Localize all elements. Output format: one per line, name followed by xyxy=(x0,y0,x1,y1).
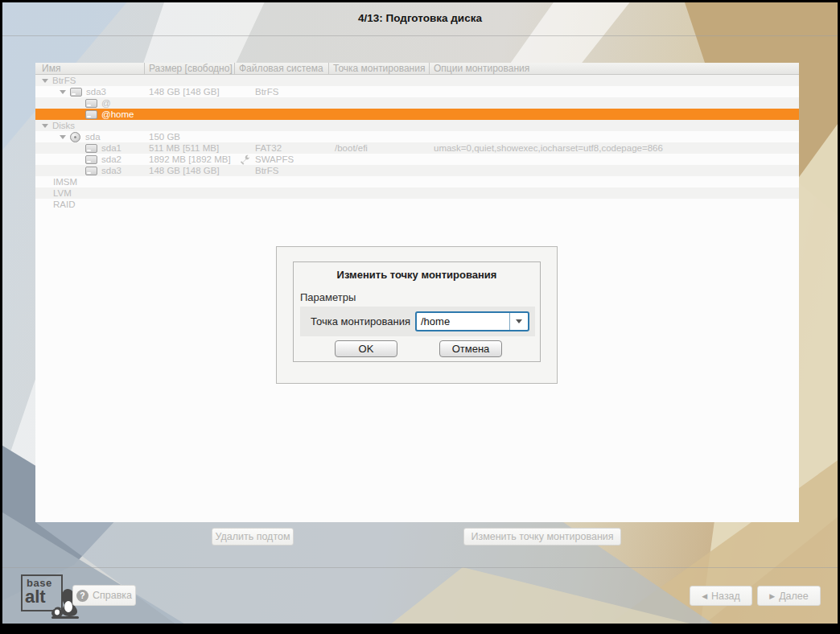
row-options: umask=0,quiet,showexec,iocharset=utf8,co… xyxy=(429,142,799,154)
row-label: @home xyxy=(101,109,134,119)
change-mountpoint-button[interactable]: Изменить точку монтирования xyxy=(463,528,621,545)
table-row-sda2[interactable]: sda2 1892 MB [1892 MB] SWAPFS xyxy=(35,154,799,165)
row-fs: BtrFS xyxy=(234,86,328,97)
table-row-sda1[interactable]: sda1 511 MB [511 MB] FAT32 /boot/efi uma… xyxy=(35,142,799,154)
row-options xyxy=(429,176,799,187)
row-options xyxy=(429,120,799,131)
table-row-btrfs[interactable]: BtrFS xyxy=(35,75,799,86)
partition-icon xyxy=(85,167,97,175)
dialog-title: Изменить точку монтирования xyxy=(294,269,540,281)
row-size xyxy=(144,109,234,120)
column-header-size: Размер [свободно] xyxy=(144,63,234,74)
row-label: sda xyxy=(85,132,101,142)
row-fs xyxy=(234,75,328,86)
mountpoint-combobox-value[interactable]: /home xyxy=(417,313,509,330)
row-mount xyxy=(328,109,429,120)
partition-icon xyxy=(85,144,97,153)
chevron-down-icon[interactable] xyxy=(58,132,68,142)
row-mount: /boot/efi xyxy=(328,142,429,154)
table-row-disks[interactable]: Disks xyxy=(35,120,799,131)
row-size xyxy=(144,75,234,86)
row-options xyxy=(429,109,799,120)
chevron-down-icon[interactable] xyxy=(40,121,50,130)
row-size xyxy=(144,97,234,109)
row-fs xyxy=(234,187,328,199)
table-row-raid[interactable]: RAID xyxy=(35,199,799,210)
row-fs xyxy=(234,199,328,210)
partition-icon xyxy=(85,155,97,164)
row-mount xyxy=(328,165,429,176)
chevron-down-icon[interactable] xyxy=(40,76,50,85)
row-label: RAID xyxy=(53,200,75,209)
page-title: 4/13: Подготовка диска xyxy=(0,12,840,24)
table-row-sda3-disk[interactable]: sda3 148 GB [148 GB] BtrFS xyxy=(35,165,799,176)
row-label: sda3 xyxy=(86,87,106,97)
table-row-sda[interactable]: sda 150 GB xyxy=(35,131,799,142)
row-options xyxy=(429,75,799,86)
help-icon: ? xyxy=(76,590,89,602)
row-label: LVM xyxy=(53,188,72,198)
row-fs xyxy=(234,109,328,120)
row-label: IMSM xyxy=(53,177,77,187)
dialog-frame: Изменить точку монтирования Параметры То… xyxy=(293,261,541,362)
table-row-subvol-root[interactable]: @ xyxy=(35,97,799,109)
row-options xyxy=(429,86,799,97)
table-row-sda3-btrfs[interactable]: sda3 148 GB [148 GB] BtrFS xyxy=(35,86,799,97)
footer-divider xyxy=(0,567,840,568)
wrench-icon xyxy=(240,154,250,165)
row-fs xyxy=(234,131,328,142)
disk-icon xyxy=(70,132,80,142)
back-button[interactable]: ◀ Назад xyxy=(690,586,752,606)
installer-window: 4/13: Подготовка диска Имя Размер [свобо… xyxy=(0,0,840,634)
row-size xyxy=(144,176,234,187)
row-options xyxy=(429,97,799,109)
mountpoint-field-label: Точка монтирования xyxy=(300,315,415,327)
row-options xyxy=(429,154,799,165)
table-row-imsm[interactable]: IMSM xyxy=(35,176,799,187)
next-button-label: Далее xyxy=(779,591,809,602)
column-header-filesystem: Файловая система xyxy=(234,63,328,74)
column-header-mountpoint: Точка монтирования xyxy=(328,63,429,74)
mountpoint-field-row: Точка монтирования /home xyxy=(300,307,535,336)
delete-subvolume-button[interactable]: Удалить подтом xyxy=(212,528,294,545)
row-fs-label: SWAPFS xyxy=(255,154,294,164)
table-header: Имя Размер [свободно] Файловая система Т… xyxy=(35,63,799,75)
row-mount xyxy=(328,187,429,199)
row-mount xyxy=(328,199,429,210)
column-header-options: Опции монтирования xyxy=(429,63,799,74)
next-button[interactable]: ▶ Далее xyxy=(757,586,821,606)
row-label: Disks xyxy=(52,121,75,130)
table-row-subvol-home-selected[interactable]: @home xyxy=(35,109,799,120)
partition-icon xyxy=(85,110,97,119)
row-label: sda1 xyxy=(101,143,121,153)
back-button-label: Назад xyxy=(711,591,740,602)
partition-icon xyxy=(85,99,97,108)
row-mount xyxy=(328,154,429,165)
dialog-section-label: Параметры xyxy=(300,291,356,303)
ok-button[interactable]: OK xyxy=(335,340,397,357)
dropdown-arrow-icon[interactable] xyxy=(509,313,528,330)
row-fs xyxy=(234,176,328,187)
row-options xyxy=(429,131,799,142)
row-mount xyxy=(328,86,429,97)
forward-arrow-icon: ▶ xyxy=(769,592,775,600)
row-fs: BtrFS xyxy=(234,165,328,176)
row-fs: FAT32 xyxy=(234,142,328,154)
basealt-logo: base alt xyxy=(18,573,74,620)
mountpoint-combobox[interactable]: /home xyxy=(415,311,529,331)
cancel-button[interactable]: Отмена xyxy=(439,340,502,357)
row-size xyxy=(144,187,234,199)
row-size xyxy=(144,120,234,131)
row-label: BtrFS xyxy=(52,76,76,85)
row-size: 148 GB [148 GB] xyxy=(144,86,234,97)
row-label: @ xyxy=(101,98,111,108)
row-mount xyxy=(328,131,429,142)
row-size: 148 GB [148 GB] xyxy=(144,165,234,176)
row-mount xyxy=(328,176,429,187)
help-button[interactable]: ? Справка xyxy=(72,585,136,606)
row-mount xyxy=(328,120,429,131)
row-size: 511 MB [511 MB] xyxy=(144,142,234,154)
row-options xyxy=(429,199,799,210)
chevron-down-icon[interactable] xyxy=(58,87,68,97)
table-row-lvm[interactable]: LVM xyxy=(35,187,799,199)
